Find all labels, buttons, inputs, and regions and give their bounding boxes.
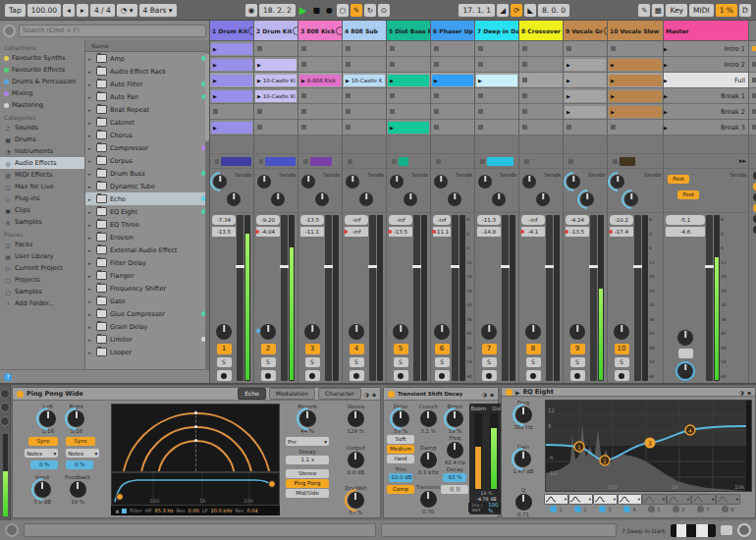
stop-clip-icon[interactable]: [568, 159, 573, 164]
list-item[interactable]: ▸EQ Eight: [85, 205, 209, 218]
boom-decay-slider[interactable]: 93 %: [443, 473, 466, 482]
mode-mid-side-button[interactable]: Mid/Side: [286, 489, 329, 498]
clip-play-icon[interactable]: ▶: [567, 109, 570, 115]
io-view-icon[interactable]: [0, 416, 10, 426]
band-filter-type-selector[interactable]: ▾: [716, 494, 740, 505]
post-a-button[interactable]: Post: [668, 175, 689, 184]
list-item[interactable]: ▸Drum Buss: [85, 167, 209, 180]
volume-value[interactable]: -inf: [345, 227, 368, 237]
time-signature-field[interactable]: 4 / 4: [90, 4, 115, 17]
draw-mode-button[interactable]: ✎: [638, 4, 650, 17]
sidebar-item-samples[interactable]: ▢Samples: [0, 286, 84, 297]
triangle-icon[interactable]: ▲: [115, 508, 119, 513]
arm-button[interactable]: [615, 370, 629, 381]
stop-clip-icon[interactable]: [480, 159, 485, 164]
clip-play-icon[interactable]: ▶: [567, 62, 570, 68]
list-item[interactable]: ▸Grain Delay: [85, 320, 209, 333]
fader-handle[interactable]: [633, 265, 642, 268]
arm-button[interactable]: [435, 370, 450, 381]
clip-slot[interactable]: ▶: [564, 73, 607, 88]
sidebar-item-max-for-live[interactable]: ◻Max for Live: [0, 181, 84, 192]
clip-slot[interactable]: [343, 41, 386, 57]
clip[interactable]: ▶: [609, 75, 662, 86]
clip-slot[interactable]: [254, 104, 297, 120]
volume-value[interactable]: -4.1: [521, 227, 545, 237]
damp-knob[interactable]: [420, 452, 437, 468]
clip-slot[interactable]: [254, 41, 297, 57]
fader-handle[interactable]: [280, 265, 289, 268]
sidebar-item-instruments[interactable]: ◔Instruments: [0, 145, 84, 157]
sidebar-item-drums[interactable]: ▦Drums: [0, 134, 84, 145]
hot-swap-icon[interactable]: ◑: [364, 391, 369, 398]
stop-clip-icon[interactable]: [303, 159, 308, 164]
clip-play-icon[interactable]: ▶: [213, 62, 217, 68]
disclosure-triangle-icon[interactable]: ▸: [88, 350, 93, 355]
band-filter-type-selector[interactable]: ▾: [568, 494, 593, 505]
clip[interactable]: ▶10-Castle Ki: [255, 90, 297, 102]
track-header[interactable]: 8 Crossover Sy: [519, 21, 563, 41]
stereo-width-knob[interactable]: [348, 410, 364, 427]
list-item[interactable]: ▸Audio Effect Rack: [85, 65, 209, 78]
master-track-header[interactable]: Master: [664, 21, 748, 41]
crossfade-assign-button[interactable]: [753, 204, 756, 212]
sidebar-item-mastering[interactable]: Mastering: [0, 99, 84, 111]
sidebar-item-drums-percussion[interactable]: Drums & Percussion: [0, 76, 84, 87]
disclosure-triangle-icon[interactable]: ▸: [88, 260, 93, 266]
disclosure-triangle-icon[interactable]: ▸: [88, 81, 93, 87]
scene-launch-icon[interactable]: ▶: [664, 125, 668, 131]
track-activator-button[interactable]: 10: [615, 344, 629, 354]
eq-band-4[interactable]: ▾4: [619, 494, 641, 517]
boom-knob[interactable]: [447, 410, 463, 427]
clip[interactable]: ▶: [211, 122, 252, 134]
disclosure-triangle-icon[interactable]: ▸: [88, 247, 93, 253]
pan-knob[interactable]: [349, 324, 364, 340]
sync-mode-right-dropdown[interactable]: Notes▾: [66, 449, 99, 458]
clip-slot[interactable]: [608, 41, 663, 57]
dry-wet-knob[interactable]: [348, 492, 364, 509]
clip-slot[interactable]: ▶: [475, 73, 518, 88]
list-item[interactable]: ▸Limiter: [85, 333, 209, 346]
save-preset-icon[interactable]: ▪: [747, 389, 751, 396]
fader-handle[interactable]: [501, 265, 510, 268]
clip-slot[interactable]: [431, 104, 474, 120]
clip[interactable]: ▶10-Castle Ki: [255, 75, 297, 86]
list-item[interactable]: ▸Beat Repeat: [85, 103, 209, 116]
clip-slot[interactable]: [431, 88, 474, 104]
solo-button[interactable]: S: [526, 357, 541, 367]
solo-button[interactable]: S: [350, 357, 364, 367]
volume-fader[interactable]: [546, 215, 553, 381]
band-filter-type-selector[interactable]: ▾: [544, 494, 568, 505]
stop-button[interactable]: ■: [310, 6, 322, 15]
session-record-button[interactable]: ○: [337, 4, 349, 17]
clip-slot[interactable]: [519, 104, 563, 120]
clip-play-icon[interactable]: ▶: [611, 109, 615, 115]
record-button[interactable]: ●: [324, 6, 335, 15]
clip-play-icon[interactable]: ▶: [478, 78, 482, 83]
clip-slot[interactable]: [475, 41, 518, 57]
band-filter-type-selector[interactable]: ▾: [593, 494, 618, 505]
stop-clip-icon[interactable]: [392, 159, 397, 164]
pan-knob[interactable]: [260, 324, 276, 340]
mode-stereo-button[interactable]: Stereo: [286, 469, 329, 478]
eq-q-knob[interactable]: [515, 494, 532, 511]
clip-slot[interactable]: [387, 57, 430, 73]
send-b-knob[interactable]: [315, 192, 329, 206]
disclosure-triangle-icon[interactable]: ▸: [88, 222, 93, 228]
list-item[interactable]: ▸Glue Compressor: [85, 307, 209, 320]
edge-stop-icon[interactable]: [752, 62, 756, 67]
list-scrollbar[interactable]: [205, 51, 209, 369]
eq-freq-knob[interactable]: [515, 406, 532, 423]
clip-slot[interactable]: ▶: [210, 73, 253, 88]
arm-button[interactable]: [482, 370, 497, 381]
disclosure-triangle-icon[interactable]: ▸: [88, 273, 93, 279]
clip[interactable]: ▶: [388, 75, 429, 86]
eq-spectrum-display[interactable]: 126 -6-12 1001k10k 1 2 3 4: [545, 400, 752, 492]
clip[interactable]: ▶: [211, 75, 252, 86]
offset-left-slider[interactable]: 0 %: [30, 460, 58, 469]
clip-slot[interactable]: [431, 120, 474, 135]
disclosure-triangle-icon[interactable]: ▸: [88, 56, 93, 62]
track-header[interactable]: 10 Vocals Slow: [608, 21, 663, 41]
sidebar-item-sounds[interactable]: ♫Sounds: [0, 122, 84, 134]
clip[interactable]: ▶: [609, 59, 662, 71]
solo-button[interactable]: S: [394, 357, 408, 367]
